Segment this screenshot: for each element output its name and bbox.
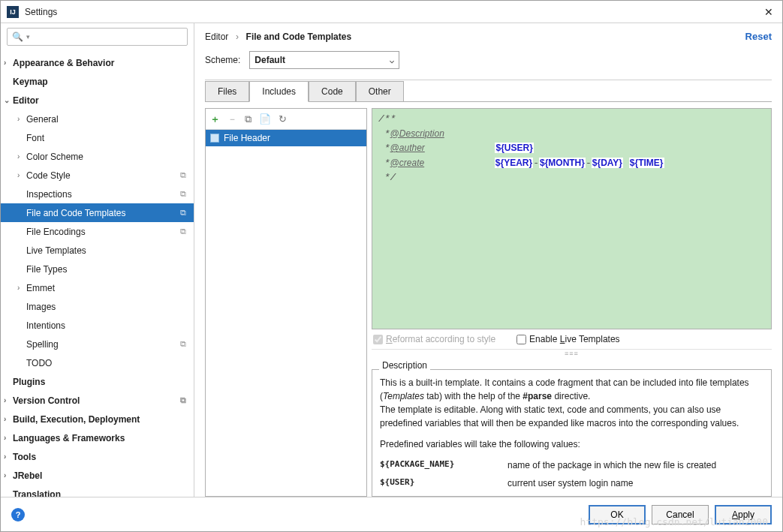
paste-icon[interactable]: 📄 [259,113,271,125]
live-templates-checkbox[interactable]: Enable Live Templates [516,334,620,344]
apply-button[interactable]: Apply [715,505,772,524]
tree-item[interactable]: Images [1,297,194,316]
tree-item-label: Version Control [13,395,80,406]
tree-item-label: Emmet [26,283,55,293]
tree-item-label: General [26,114,59,125]
tree-item-label: Font [26,133,44,143]
search-input[interactable]: 🔍 ▾ [7,28,188,46]
variable-row: ${PACKAGE_NAME}name of the package in wh… [380,458,763,472]
expand-arrow-icon[interactable]: › [17,152,26,161]
reformat-checkbox: Reformat according to style [373,334,495,344]
tree-item-label: TODO [26,358,52,368]
tree-item[interactable]: ›Version Control⧉ [1,391,194,410]
tab-includes[interactable]: Includes [249,81,309,102]
tree-item[interactable]: ›Tools [1,447,194,466]
refresh-icon[interactable]: ↻ [279,113,287,125]
tree-item[interactable]: ›Color Scheme [1,147,194,166]
expand-arrow-icon[interactable]: › [17,284,26,292]
template-list-panel: ＋ － ⧉ 📄 ↻ File Header [205,108,367,497]
tree-item[interactable]: Intentions [1,316,194,335]
tree-item-label: Translation [13,489,61,497]
reset-link[interactable]: Reset [745,31,772,42]
tree-item[interactable]: Keymap [1,72,194,91]
ok-button[interactable]: OK [589,505,646,524]
reformat-check [373,335,383,344]
tab-other[interactable]: Other [356,81,404,102]
tree-item[interactable]: File Encodings⧉ [1,222,194,241]
tree-item-label: File and Code Templates [26,208,126,218]
variable-row: ${USER}current user system login name [380,476,763,490]
resize-grip-icon[interactable]: ≡≡≡ [565,350,579,357]
tree-item[interactable]: File and Code Templates⧉ [1,203,194,222]
expand-arrow-icon[interactable]: ⌄ [4,96,13,104]
help-icon[interactable]: ? [11,508,25,521]
expand-arrow-icon[interactable]: › [4,415,13,423]
tree-item[interactable]: Inspections⧉ [1,185,194,203]
breadcrumb: Editor › File and Code Templates [205,31,745,42]
tree-item-label: JRebel [13,470,42,481]
variable-key: ${USER} [380,476,507,490]
live-check[interactable] [516,335,526,344]
tree-item[interactable]: Live Templates [1,241,194,260]
scope-icon: ⧉ [180,189,186,199]
breadcrumb-root[interactable]: Editor [205,32,228,42]
chevron-right-icon: › [236,32,239,42]
expand-arrow-icon[interactable]: › [4,434,13,442]
tree-item[interactable]: Font [1,128,194,147]
expand-arrow-icon[interactable]: › [4,396,13,404]
tree-item-label: Images [26,302,56,312]
description-box: This is a built-in template. It contains… [372,369,772,497]
scope-icon: ⧉ [180,395,186,405]
template-editor[interactable]: /** *@Description *@auther ${USER} *@cre… [372,108,772,329]
tab-code[interactable]: Code [309,81,356,102]
tree-item[interactable]: ›Emmet [1,278,194,297]
cancel-button[interactable]: Cancel [652,505,709,524]
tree-item-label: Color Scheme [26,152,83,162]
tree-item[interactable]: ›JRebel [1,466,194,485]
tree-item[interactable]: ⌄Editor [1,91,194,110]
tree-item-label: Code Style [26,170,71,181]
sidebar: 🔍 ▾ ›Appearance & BehaviorKeymap⌄Editor›… [1,23,194,497]
chevron-down-icon: ⌵ [390,56,394,65]
tree-item[interactable]: Translation [1,485,194,497]
tree-item[interactable]: ›Code Style⧉ [1,166,194,185]
tree-item[interactable]: File Types [1,260,194,278]
expand-arrow-icon[interactable]: › [17,115,26,123]
template-list-item[interactable]: File Header [206,130,366,146]
search-icon: 🔍 [12,32,23,42]
tree-item[interactable]: TODO [1,353,194,372]
tree-item[interactable]: ›General [1,110,194,128]
titlebar: IJ Settings ✕ [1,1,782,23]
scope-icon: ⧉ [180,208,186,218]
scheme-value: Default [254,55,285,65]
expand-arrow-icon[interactable]: › [17,171,26,179]
scope-icon: ⧉ [180,227,186,236]
tree-item-label: File Encodings [26,227,86,237]
tree-item[interactable]: Spelling⧉ [1,335,194,353]
variable-desc: name of the package in which the new fil… [507,458,716,472]
list-toolbar: ＋ － ⧉ 📄 ↻ [206,109,366,130]
expand-arrow-icon[interactable]: › [4,471,13,479]
file-icon [210,134,219,143]
scheme-select[interactable]: Default ⌵ [249,51,399,69]
expand-arrow-icon[interactable]: › [4,452,13,461]
search-dropdown-icon[interactable]: ▾ [26,33,30,41]
window-title: Settings [25,7,761,17]
variable-key: ${PACKAGE_NAME} [380,458,507,472]
tab-files[interactable]: Files [205,81,249,102]
remove-icon: － [227,113,237,126]
tree-item-label: Tools [13,452,36,462]
tree-item-label: Spelling [26,339,59,350]
tree-item[interactable]: ›Appearance & Behavior [1,53,194,72]
tree-item-label: Intentions [26,320,65,331]
add-icon[interactable]: ＋ [210,113,220,126]
tree-item[interactable]: ›Build, Execution, Deployment [1,410,194,428]
tree-item-label: File Types [26,264,67,275]
close-icon[interactable]: ✕ [761,6,776,18]
tree-item[interactable]: ›Languages & Frameworks [1,428,194,447]
tree-item[interactable]: Plugins [1,372,194,391]
copy-icon[interactable]: ⧉ [245,113,251,125]
settings-tree[interactable]: ›Appearance & BehaviorKeymap⌄Editor›Gene… [1,50,194,497]
template-name: File Header [224,133,270,143]
expand-arrow-icon[interactable]: › [4,59,13,67]
